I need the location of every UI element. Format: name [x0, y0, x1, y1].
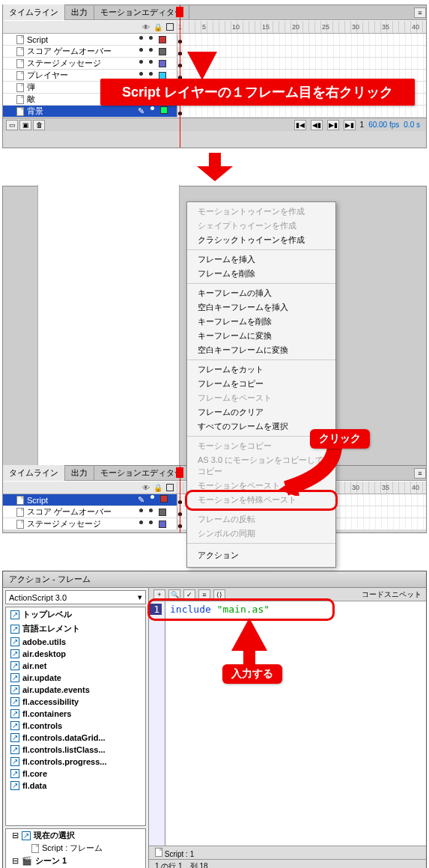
find-button[interactable]: 🔍 [168, 589, 180, 600]
tab-output-2[interactable]: 出力 [65, 465, 94, 481]
menu-create-motion-tween[interactable]: モーショントゥイーンを作成 [187, 204, 335, 219]
panel-menu-button[interactable]: ≡ [414, 7, 426, 18]
menu-insert-frame[interactable]: フレームを挿入 [187, 252, 335, 267]
layer-icon [16, 35, 24, 44]
svg-marker-4 [231, 618, 267, 651]
menu-cut-frames[interactable]: フレームをカット [187, 362, 335, 377]
add-script-button[interactable]: + [153, 589, 165, 600]
package-icon: ↗ [10, 610, 19, 619]
callout-rightclick: Script レイヤーの１フレーム目を右クリック [100, 79, 415, 106]
footer-script-tab[interactable]: Script : 1 [165, 850, 194, 858]
actions-panel: アクション - フレーム ActionScript 3.0▾ ↗トップレベル ↗… [2, 571, 427, 868]
frame-ruler[interactable]: 1 5 10 15 20 25 30 35 40 [177, 21, 426, 33]
tab-motion-editor[interactable]: モーションエディター [94, 4, 189, 20]
menu-clear-frames[interactable]: フレームのクリア [187, 405, 335, 419]
menu-paste-frames: フレームをペースト [187, 391, 335, 405]
fps-display: 60.00 fps [368, 121, 399, 129]
new-folder-button[interactable]: ▣ [19, 120, 31, 130]
menu-insert-blank-keyframe[interactable]: 空白キーフレームを挿入 [187, 300, 335, 315]
cursor-position: 1 の行 1、列 18 [155, 861, 208, 868]
current-frame: 1 [360, 121, 365, 129]
callout-input: 入力する [222, 664, 282, 684]
layer-label: Script [27, 35, 48, 44]
callout-click: クリック [310, 429, 370, 449]
as-version-dropdown[interactable]: ActionScript 3.0▾ [5, 590, 146, 604]
menu-create-shape-tween[interactable]: シェイプトゥイーンを作成 [187, 219, 335, 233]
tab-motion-editor-2[interactable]: モーションエディター [94, 465, 189, 481]
tab-output[interactable]: 出力 [65, 4, 94, 20]
menu-convert-blank-keyframe[interactable]: 空白キーフレームに変換 [187, 343, 335, 357]
outline-header-icon [166, 23, 174, 31]
code-snippets-button[interactable]: コードスニペット [362, 589, 422, 600]
script-tab-icon [155, 848, 162, 857]
visibility-header-icon: 👁 [142, 23, 150, 31]
menu-create-classic-tween[interactable]: クラシックトゥイーンを作成 [187, 233, 335, 247]
menu-reverse-frames: フレームの反転 [187, 512, 335, 526]
show-hint-button[interactable]: ⟨⟩ [213, 589, 225, 600]
check-syntax-button[interactable]: ✓ [183, 589, 195, 600]
auto-format-button[interactable]: ≡ [198, 589, 210, 600]
time-display: 0.0 s [404, 121, 420, 129]
tab-timeline[interactable]: タイムライン [3, 4, 65, 20]
script-navigator[interactable]: ⊟↗現在の選択 Script : フレーム ⊟🎬シーン 1 Script : フ… [5, 828, 146, 868]
class-tree[interactable]: ↗トップレベル ↗言語エレメント ↗adobe.utils ↗air.deskt… [5, 607, 146, 826]
code-editor[interactable]: 1 include "main.as" 入力する [149, 601, 426, 846]
chevron-down-icon: ▾ [138, 592, 142, 602]
menu-sync-symbols: シンボルの同期 [187, 526, 335, 541]
menu-actions[interactable]: アクション [187, 546, 335, 565]
menu-convert-keyframe[interactable]: キーフレームに変換 [187, 329, 335, 343]
lock-header-icon: 🔒 [153, 23, 162, 31]
context-menu: モーショントゥイーンを作成 シェイプトゥイーンを作成 クラシックトゥイーンを作成… [186, 201, 336, 568]
menu-clear-keyframe[interactable]: キーフレームを削除 [187, 315, 335, 329]
goto-first-button[interactable]: ▮◀ [294, 120, 306, 130]
scene-icon: 🎬 [22, 856, 32, 866]
delete-layer-button[interactable]: 🗑 [33, 120, 45, 130]
menu-insert-keyframe[interactable]: キーフレームの挿入 [187, 286, 335, 300]
down-arrow-1 [0, 153, 429, 181]
minus-icon: ⊟ [12, 856, 19, 866]
menu-copy-frames[interactable]: フレームをコピー [187, 377, 335, 391]
step-back-button[interactable]: ◀▮ [311, 120, 323, 130]
menu-remove-frame[interactable]: フレームを削除 [187, 267, 335, 281]
tab-timeline-2[interactable]: タイムライン [3, 465, 65, 481]
svg-marker-1 [197, 153, 233, 181]
panel-menu-button-2[interactable]: ≡ [414, 468, 426, 479]
actions-title: アクション - フレーム [3, 571, 426, 588]
play-button[interactable]: ▶▮ [327, 120, 339, 130]
svg-marker-0 [187, 52, 217, 80]
layer-background[interactable]: 背景 ✎ [3, 106, 426, 118]
goto-last-button[interactable]: ▶▮ [344, 120, 356, 130]
minus-icon: ⊟ [12, 831, 19, 840]
new-layer-button[interactable]: ▭ [6, 120, 18, 130]
